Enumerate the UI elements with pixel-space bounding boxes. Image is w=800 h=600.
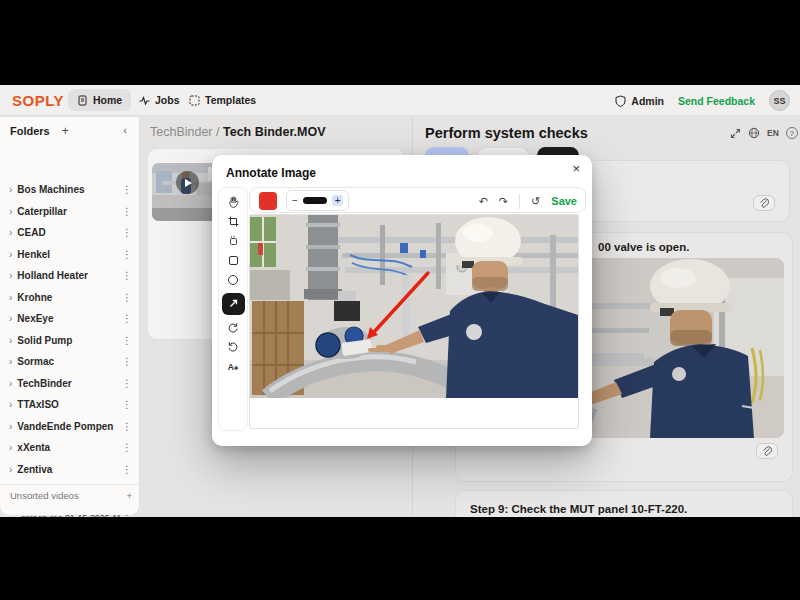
save-button[interactable]: Save	[551, 195, 577, 207]
top-navbar: SOPLY Home Jobs Templates	[0, 85, 800, 116]
admin-menu[interactable]: Admin	[615, 95, 664, 107]
play-button[interactable]	[176, 171, 199, 194]
stroke-minus-button[interactable]: −	[292, 195, 298, 206]
user-avatar[interactable]: SS	[769, 90, 790, 111]
globe-icon[interactable]	[748, 127, 760, 139]
annotation-toolbar: − + ↶ ↷ ↺ Save	[249, 187, 586, 213]
kebab-menu-icon[interactable]: ⋮	[122, 421, 132, 432]
redo-icon[interactable]: ↷	[499, 195, 508, 208]
add-folder-button[interactable]: +	[62, 124, 69, 138]
sidebar-item-ttaxiso[interactable]: ›TTAxISO⋮	[0, 394, 140, 416]
kebab-menu-icon[interactable]: ⋮	[122, 399, 132, 410]
kebab-menu-icon[interactable]: ⋮	[122, 442, 132, 453]
kebab-menu-icon[interactable]: ⋮	[122, 227, 132, 238]
kebab-menu-icon[interactable]: ⋮	[122, 464, 132, 475]
sidebar-item-caterpillar[interactable]: ›Caterpillar⋮	[0, 201, 140, 223]
chevron-right-icon: ›	[9, 184, 12, 195]
close-icon[interactable]: ×	[572, 161, 580, 176]
annotate-image-modal: Annotate Image ×	[212, 155, 592, 446]
chevron-right-icon: ›	[9, 442, 12, 453]
screen: SOPLY Home Jobs Templates	[0, 0, 800, 600]
help-icon[interactable]: ?	[786, 127, 798, 139]
breadcrumb-parent[interactable]: TechBinder	[150, 125, 213, 139]
sidebar-item-henkel[interactable]: ›Henkel⋮	[0, 244, 140, 266]
paperclip-icon	[759, 198, 769, 209]
kebab-menu-icon[interactable]: ⋮	[122, 313, 132, 324]
rotate-counterclockwise-icon	[227, 341, 239, 353]
unsorted-videos-header: Unsorted videos	[10, 490, 79, 501]
send-feedback-link[interactable]: Send Feedback	[678, 95, 755, 107]
kebab-menu-icon[interactable]: ⋮	[122, 335, 132, 346]
activity-pulse-icon	[139, 95, 150, 106]
sidebar-divider	[0, 484, 140, 485]
paperclip-icon	[762, 446, 772, 457]
add-unsorted-video-button[interactable]: +	[126, 490, 132, 501]
sidebar-item-zentiva[interactable]: ›Zentiva⋮	[0, 459, 140, 481]
step-9-title: Step 9: Check the MUT panel 10-FT-220.	[470, 503, 687, 515]
toolbar-divider	[519, 194, 520, 209]
color-swatch-red[interactable]	[259, 192, 277, 210]
sidebar-item-krohne[interactable]: ›Krohne⋮	[0, 287, 140, 309]
rectangle-icon	[228, 255, 239, 266]
sidebar-item-nexeye[interactable]: ›NexEye⋮	[0, 308, 140, 330]
pointer-stamp-icon	[228, 235, 239, 246]
language-label: EN	[767, 128, 779, 138]
expand-icon[interactable]	[730, 128, 741, 139]
rotate-counterclockwise-tool[interactable]	[222, 341, 244, 354]
annotation-canvas[interactable]	[249, 214, 579, 429]
nav-templates[interactable]: Templates	[180, 89, 265, 111]
sidebar-item-bos-machines[interactable]: ›Bos Machines⋮	[0, 179, 140, 201]
play-icon	[185, 179, 192, 187]
attachment-button[interactable]	[753, 195, 775, 211]
kebab-menu-icon[interactable]: ⋮	[122, 249, 132, 260]
nav-home-label: Home	[93, 94, 122, 106]
folders-title: Folders	[10, 125, 50, 137]
sidebar-item-holland-heater[interactable]: ›Holland Heater⋮	[0, 265, 140, 287]
sidebar-item-xxenta[interactable]: ›xXenta⋮	[0, 437, 140, 459]
chevron-right-icon: ›	[9, 335, 12, 346]
attachment-button[interactable]	[756, 443, 778, 459]
chevron-right-icon: ›	[9, 421, 12, 432]
arrow-icon	[228, 298, 239, 309]
sidebar-item-sormac[interactable]: ›Sormac⋮	[0, 351, 140, 373]
kebab-menu-icon[interactable]: ⋮	[122, 292, 132, 303]
kebab-menu-icon[interactable]: ⋮	[122, 356, 132, 367]
nav-templates-label: Templates	[205, 94, 256, 106]
modal-title: Annotate Image	[226, 166, 316, 180]
kebab-menu-icon[interactable]: ⋮	[122, 206, 132, 217]
checklist-title: Perform system checks	[425, 125, 588, 141]
breadcrumb-current: Tech Binder.MOV	[223, 125, 326, 139]
ellipse-icon	[227, 274, 239, 286]
kebab-menu-icon[interactable]: ⋮	[122, 270, 132, 281]
collapse-sidebar-button[interactable]: ‹	[123, 124, 127, 136]
sidebar-item-solid-pump[interactable]: ›Solid Pump⋮	[0, 330, 140, 352]
kebab-menu-icon[interactable]: ⋮	[122, 513, 132, 518]
rectangle-tool[interactable]	[222, 254, 244, 267]
nav-home[interactable]: Home	[68, 89, 131, 111]
stroke-plus-button[interactable]: +	[332, 195, 343, 206]
rotate-clockwise-icon	[227, 322, 239, 334]
kebab-menu-icon[interactable]: ⋮	[122, 378, 132, 389]
chevron-right-icon: ›	[9, 313, 12, 324]
annotation-tool-rail: A⁎	[218, 187, 248, 431]
annotated-photo	[250, 215, 578, 398]
chevron-right-icon: ›	[9, 464, 12, 475]
folders-sidebar: Folders + ‹ ›Bos Machines⋮ ›Caterpillar⋮…	[0, 117, 140, 515]
crop-tool[interactable]	[222, 215, 244, 228]
sidebar-item-cead[interactable]: ›CEAD⋮	[0, 222, 140, 244]
chevron-right-icon: ›	[9, 378, 12, 389]
sidebar-item-vandeende-pompen[interactable]: ›VandeEnde Pompen⋮	[0, 416, 140, 438]
chevron-right-icon: ›	[9, 249, 12, 260]
template-grid-icon	[189, 95, 200, 106]
sidebar-item-techbinder[interactable]: ›TechBinder⋮	[0, 373, 140, 395]
text-tool[interactable]: A⁎	[222, 360, 244, 373]
pointer-stamp-tool[interactable]	[222, 234, 244, 247]
reset-icon[interactable]: ↺	[531, 195, 540, 208]
undo-icon[interactable]: ↶	[479, 195, 488, 208]
arrow-tool-selected[interactable]	[222, 293, 245, 315]
pan-hand-tool[interactable]	[222, 195, 244, 208]
ellipse-tool[interactable]	[222, 273, 244, 286]
unsorted-video-item[interactable]: screen-rec-01-15-2026-11-...⋮	[0, 508, 140, 517]
rotate-clockwise-tool[interactable]	[222, 321, 244, 334]
kebab-menu-icon[interactable]: ⋮	[122, 184, 132, 195]
